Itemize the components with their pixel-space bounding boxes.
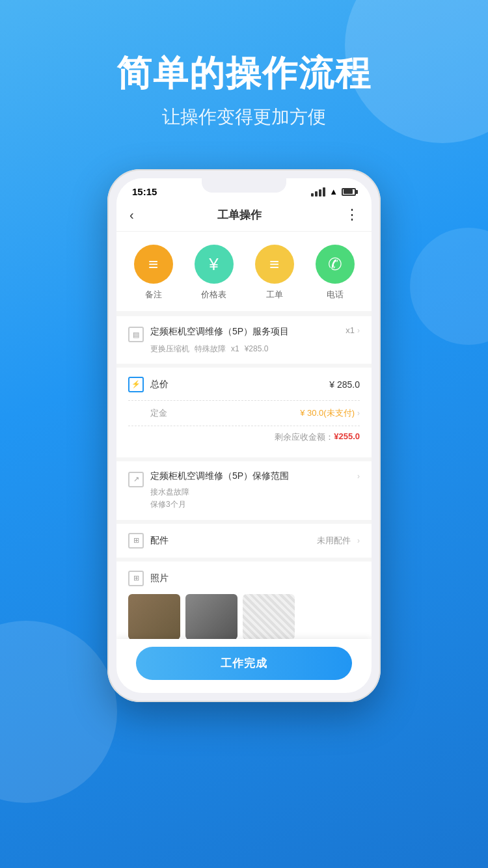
status-icons: ▲ (311, 187, 356, 197)
deposit-chevron: › (357, 409, 360, 418)
signal-bars (311, 187, 325, 197)
action-workorder[interactable]: ≡ 工单 (255, 245, 294, 301)
photos-label: 照片 (150, 573, 169, 584)
nav-bar: ‹ 工单操作 ⋮ (116, 201, 372, 232)
workorder-circle: ≡ (255, 245, 294, 284)
battery-fill (344, 189, 353, 194)
deposit-label: 定金 (128, 407, 300, 419)
phone-circle: ✆ (316, 245, 355, 284)
detail-name: 更换压缩机 (150, 344, 189, 355)
service-count-area: x1 › (346, 325, 360, 335)
warranty-content: 定频柜机空调维修（5P）保修范围 › 接水盘故障 保修3个月 (150, 470, 360, 511)
total-value: ¥ 285.0 (329, 379, 360, 390)
hero-section: 简单的操作流程 让操作变得更加方便 (0, 0, 488, 129)
detail-count: x1 (231, 344, 239, 353)
photo-3[interactable] (243, 594, 295, 640)
phone-inner: 15:15 ▲ ‹ 工单操作 ⋮ (116, 178, 372, 693)
action-price[interactable]: ¥ 价格表 (195, 245, 234, 301)
remaining-row: 剩余应收金额： ¥255.0 (128, 426, 360, 448)
price-circle: ¥ (195, 245, 234, 284)
service-item: ▤ 定频柜机空调维修（5P）服务项目 更换压缩机 特殊故障 x1 ¥285.0 (128, 325, 360, 355)
back-button[interactable]: ‹ (129, 208, 134, 223)
bg-circle-mid (410, 228, 488, 345)
photos-section: ⊞ 照片 (116, 562, 372, 647)
action-notes[interactable]: ≡ 备注 (134, 245, 173, 301)
notes-label: 备注 (145, 289, 162, 301)
warranty-section: ↗ 定频柜机空调维修（5P）保修范围 › 接水盘故障 保修3个月 (116, 461, 372, 524)
parts-section[interactable]: ⊞ 配件 未用配件 › (116, 524, 372, 562)
pricing-icon: ⚡ (128, 377, 144, 392)
bottom-bar: 工作完成 (116, 639, 372, 693)
wifi-icon: ▲ (329, 187, 338, 197)
service-icon: ▤ (128, 327, 144, 342)
warranty-title-text: 定频柜机空调维修（5P）保修范围 (150, 470, 289, 482)
action-phone[interactable]: ✆ 电话 (316, 245, 355, 301)
photo-2[interactable] (185, 594, 237, 640)
warranty-details: 接水盘故障 保修3个月 (150, 486, 360, 511)
signal-bar-1 (311, 193, 314, 197)
workorder-label: 工单 (266, 289, 283, 301)
detail-type: 特殊故障 (195, 344, 226, 355)
warranty-title: 定频柜机空调维修（5P）保修范围 › (150, 470, 360, 482)
phone-notch (202, 178, 286, 193)
phone-mockup: 15:15 ▲ ‹ 工单操作 ⋮ (107, 169, 381, 702)
warranty-chevron: › (357, 472, 360, 481)
total-label: 总价 (150, 379, 323, 390)
warranty-icon: ↗ (128, 472, 144, 487)
service-chevron: › (357, 326, 360, 335)
deposit-row[interactable]: 定金 ¥ 30.0(未支付) › (128, 400, 360, 426)
complete-button[interactable]: 工作完成 (136, 647, 352, 680)
parts-chevron: › (357, 536, 360, 545)
hero-title: 简单的操作流程 (0, 52, 488, 94)
parts-icon: ⊞ (128, 533, 144, 549)
photos-header: ⊞ 照片 (128, 571, 360, 586)
nav-title: 工单操作 (217, 208, 262, 223)
service-title: 定频柜机空调维修（5P）服务项目 (150, 325, 339, 338)
service-content: 定频柜机空调维修（5P）服务项目 更换压缩机 特殊故障 x1 ¥285.0 (150, 325, 339, 355)
total-row: ⚡ 总价 ¥ 285.0 (128, 377, 360, 392)
photo-1[interactable] (128, 594, 180, 640)
parts-label: 配件 (150, 535, 310, 547)
service-detail: 更换压缩机 特殊故障 x1 ¥285.0 (150, 344, 339, 355)
pricing-section: ⚡ 总价 ¥ 285.0 定金 ¥ 30.0(未支付) › 剩余应收金额： ¥2… (116, 368, 372, 461)
signal-bar-2 (315, 191, 318, 197)
hero-subtitle: 让操作变得更加方便 (0, 105, 488, 129)
battery-icon (342, 188, 356, 196)
photos-grid (128, 594, 360, 640)
phone-label: 电话 (327, 289, 344, 301)
service-section: ▤ 定频柜机空调维修（5P）服务项目 更换压缩机 特殊故障 x1 ¥285.0 (116, 316, 372, 368)
phone-frame: 15:15 ▲ ‹ 工单操作 ⋮ (107, 169, 381, 702)
status-time: 15:15 (132, 186, 157, 197)
more-button[interactable]: ⋮ (345, 206, 359, 223)
warranty-line1: 接水盘故障 (150, 486, 360, 498)
bg-circle-bottom (0, 621, 117, 803)
scroll-content: ≡ 备注 ¥ 价格表 ≡ 工单 ✆ 电话 (116, 232, 372, 693)
deposit-value: ¥ 30.0(未支付) (300, 407, 355, 419)
signal-bar-3 (319, 189, 321, 197)
parts-status: 未用配件 (317, 535, 351, 547)
price-label: 价格表 (201, 289, 226, 301)
warranty-line2: 保修3个月 (150, 498, 360, 511)
action-row: ≡ 备注 ¥ 价格表 ≡ 工单 ✆ 电话 (116, 232, 372, 316)
signal-bar-4 (323, 187, 325, 197)
remaining-value: ¥255.0 (334, 431, 360, 443)
photos-icon: ⊞ (128, 571, 144, 586)
warranty-row: ↗ 定频柜机空调维修（5P）保修范围 › 接水盘故障 保修3个月 (128, 470, 360, 511)
service-count: x1 (346, 325, 355, 335)
notes-circle: ≡ (134, 245, 173, 284)
detail-price: ¥285.0 (245, 344, 269, 353)
remaining-label: 剩余应收金额： (275, 431, 334, 443)
